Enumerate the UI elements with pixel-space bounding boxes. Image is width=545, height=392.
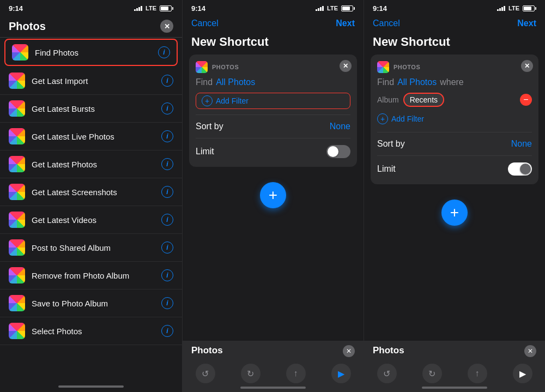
list-item-get-latest-photos[interactable]: Get Latest Photos i xyxy=(0,150,182,178)
limit-label-right: Limit xyxy=(377,164,396,174)
info-icon-videos[interactable]: i xyxy=(161,214,173,226)
info-icon-shared[interactable]: i xyxy=(161,242,173,254)
status-bar-right: 9:14 LTE xyxy=(364,0,545,15)
all-photos-mid[interactable]: All Photos xyxy=(216,77,255,87)
limit-toggle-right[interactable] xyxy=(508,162,532,176)
list-item-get-latest-live-photos[interactable]: Get Latest Live Photos i xyxy=(0,123,182,150)
media-controls-right: ↺ ↻ ↑ ▶ xyxy=(364,364,545,383)
status-icons-left: LTE xyxy=(134,5,173,11)
forward-btn-right[interactable]: ↻ xyxy=(422,364,442,383)
share-btn-mid[interactable]: ↑ xyxy=(286,364,306,383)
status-icons-right: LTE xyxy=(497,5,536,11)
limit-toggle-mid[interactable] xyxy=(326,145,350,158)
back-btn-right[interactable]: ↺ xyxy=(377,364,397,383)
media-close-right[interactable]: ✕ xyxy=(524,345,536,357)
find-label-right: Find xyxy=(377,77,394,87)
signal-icon-left xyxy=(134,5,142,11)
limit-row-mid: Limit xyxy=(196,143,350,160)
remove-filter-btn-right[interactable]: − xyxy=(520,94,532,106)
info-icon-latest[interactable]: i xyxy=(161,158,173,170)
info-icon-save[interactable]: i xyxy=(161,297,173,309)
photos-icon-find xyxy=(12,44,28,61)
sort-value-right[interactable]: None xyxy=(511,139,532,149)
info-icon-bursts[interactable]: i xyxy=(161,102,173,114)
sort-row-right: Sort by None xyxy=(377,137,532,151)
list-item-get-latest-screenshots[interactable]: Get Latest Screenshots i xyxy=(0,178,182,206)
forward-icon-mid: ↻ xyxy=(247,369,254,379)
divider-mid xyxy=(196,114,350,115)
info-icon-live[interactable]: i xyxy=(161,130,173,142)
play-btn-mid[interactable]: ▶ xyxy=(331,364,351,383)
action-card-right: PHOTOS ✕ Find All Photos where Album Rec… xyxy=(371,55,538,184)
play-btn-right[interactable]: ▶ xyxy=(513,364,532,383)
list-label-save-to-photo-album: Save to Photo Album xyxy=(32,299,161,308)
play-icon-right: ▶ xyxy=(519,369,526,379)
add-action-fab-mid[interactable]: + xyxy=(260,182,286,208)
photos-icon-bursts xyxy=(9,100,25,117)
list-item-get-last-import[interactable]: Get Last Import i xyxy=(0,67,182,95)
sort-value-mid[interactable]: None xyxy=(330,122,350,131)
bottom-bar-left xyxy=(0,381,182,392)
media-controls-mid: ↺ ↻ ↑ ▶ xyxy=(183,364,364,383)
limit-row-right: Limit xyxy=(377,160,532,178)
back-btn-mid[interactable]: ↺ xyxy=(196,364,215,383)
lte-label-right: LTE xyxy=(508,5,519,11)
photos-icon-screenshots xyxy=(9,184,25,200)
divider2-right xyxy=(377,155,532,156)
next-button-right[interactable]: Next xyxy=(517,19,536,28)
add-action-fab-right[interactable]: + xyxy=(441,200,468,226)
list-item-post-to-shared-album[interactable]: Post to Shared Album i xyxy=(0,234,182,262)
info-icon-last-import[interactable]: i xyxy=(161,75,173,87)
lte-label-mid: LTE xyxy=(327,5,338,11)
list-item-get-latest-bursts[interactable]: Get Latest Bursts i xyxy=(0,95,182,123)
photos-icon-videos xyxy=(9,212,25,228)
list-item-save-to-photo-album[interactable]: Save to Photo Album i xyxy=(0,290,182,317)
list-label-get-latest-photos: Get Latest Photos xyxy=(32,160,161,169)
list-item-find-photos[interactable]: Find Photos i xyxy=(4,39,178,66)
media-top-row-mid: Photos ✕ xyxy=(183,341,364,364)
list-item-select-photos[interactable]: Select Photos i xyxy=(0,317,182,345)
info-icon-select[interactable]: i xyxy=(161,325,173,337)
list-item-remove-from-photo-album[interactable]: Remove from Photo Album i xyxy=(0,262,182,290)
list-item-get-latest-videos[interactable]: Get Latest Videos i xyxy=(0,206,182,234)
add-filter-btn-mid[interactable]: + Add Filter xyxy=(196,93,350,109)
close-button[interactable]: ✕ xyxy=(160,20,173,33)
media-close-mid[interactable]: ✕ xyxy=(343,345,355,357)
photos-icon-latest xyxy=(9,156,25,172)
plus-circle-mid: + xyxy=(202,95,213,106)
add-filter-label-mid: Add Filter xyxy=(216,97,249,105)
find-row-mid: Find All Photos xyxy=(196,77,350,87)
where-label-right: where xyxy=(440,77,464,87)
info-icon-screenshots[interactable]: i xyxy=(161,186,173,198)
cancel-button-mid[interactable]: Cancel xyxy=(191,19,219,28)
nav-bar-mid: Cancel Next xyxy=(183,15,364,32)
share-btn-right[interactable]: ↑ xyxy=(468,364,487,383)
list-label-post-to-shared-album: Post to Shared Album xyxy=(32,243,161,252)
recents-tag-right[interactable]: Recents xyxy=(403,93,444,107)
photos-icon-remove xyxy=(9,267,25,284)
status-bar-left: 9:14 LTE xyxy=(0,0,182,15)
next-button-mid[interactable]: Next xyxy=(336,19,355,28)
add-filter-label-right: Add Filter xyxy=(391,114,424,123)
back-icon-right: ↺ xyxy=(383,369,390,379)
info-icon-find-photos[interactable]: i xyxy=(158,46,170,58)
close-card-mid[interactable]: ✕ xyxy=(340,60,352,72)
all-photos-right[interactable]: All Photos xyxy=(397,77,437,87)
home-indicator-right xyxy=(422,387,487,389)
close-card-right[interactable]: ✕ xyxy=(521,60,533,72)
cancel-button-right[interactable]: Cancel xyxy=(373,19,400,28)
fab-container-right: + xyxy=(371,191,538,234)
sort-label-right: Sort by xyxy=(377,139,405,149)
photos-icon-last-import xyxy=(9,73,25,89)
list-label-get-latest-bursts: Get Latest Bursts xyxy=(32,104,161,113)
info-icon-remove[interactable]: i xyxy=(161,269,173,281)
forward-btn-mid[interactable]: ↻ xyxy=(241,364,261,383)
shortcut-panel-right: PHOTOS ✕ Find All Photos where Album Rec… xyxy=(364,55,545,341)
add-filter-plain-right[interactable]: + Add Filter xyxy=(377,111,532,126)
battery-icon-mid xyxy=(341,5,355,11)
battery-icon-left xyxy=(160,5,173,11)
shortcut-title-right: New Shortcut xyxy=(364,32,545,55)
photos-app-icon-mid xyxy=(196,61,208,73)
back-icon-mid: ↺ xyxy=(202,369,209,379)
plus-circle-right: + xyxy=(377,113,388,124)
